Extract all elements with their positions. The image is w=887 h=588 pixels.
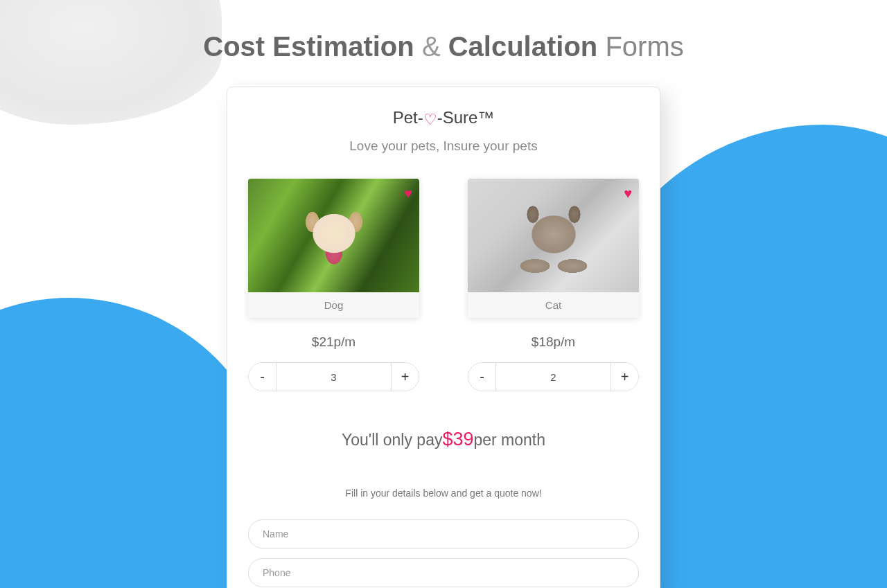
page-title: Cost Estimation & Calculation Forms [0,0,887,62]
brand-prefix: Pet- [393,108,423,127]
form-fields [248,519,639,588]
increment-button[interactable]: + [391,363,419,391]
pet-col-cat: ♥ Cat $18p/m - 2 + [468,179,639,391]
pet-price-cat: $18p/m [468,335,639,350]
page-title-part1: Cost Estimation [203,31,414,62]
heart-icon: ♥ [404,186,412,202]
page-title-part2: Calculation [448,31,598,62]
pets-row: ♥ Dog $21p/m - 3 + ♥ Cat $18p/m - 2 [248,179,639,391]
heart-outline-icon: ♡ [423,111,437,128]
form-card: Pet-♡-Sure™ Love your pets, Insure your … [227,87,660,588]
summary-suffix: per month [473,431,545,449]
pet-col-dog: ♥ Dog $21p/m - 3 + [248,179,419,391]
summary: You'll only pay$39per month [248,429,639,450]
phone-field[interactable] [248,558,639,587]
summary-prefix: You'll only pay [342,431,442,449]
pet-card-cat[interactable]: ♥ Cat [468,179,639,318]
quantity-value: 2 [496,363,611,391]
brand-suffix: -Sure™ [437,108,495,127]
page-title-amp: & [422,31,441,62]
brand: Pet-♡-Sure™ [248,108,639,129]
quantity-value: 3 [276,363,391,391]
quantity-stepper-dog: - 3 + [248,362,419,391]
quantity-stepper-cat: - 2 + [468,362,639,391]
pet-card-dog[interactable]: ♥ Dog [248,179,419,318]
tagline: Love your pets, Insure your pets [248,139,639,154]
heart-icon: ♥ [624,186,632,202]
name-field[interactable] [248,519,639,549]
pet-label: Cat [468,292,639,318]
decrement-button[interactable]: - [249,363,276,391]
pet-image-dog: ♥ [248,179,419,292]
pet-label: Dog [248,292,419,318]
decrement-button[interactable]: - [468,363,496,391]
page-title-part3: Forms [605,31,683,62]
pet-price-dog: $21p/m [248,335,419,350]
increment-button[interactable]: + [611,363,638,391]
pet-image-cat: ♥ [468,179,639,292]
summary-amount: $39 [442,429,473,449]
instruction: Fill in your details below and get a quo… [248,488,639,499]
